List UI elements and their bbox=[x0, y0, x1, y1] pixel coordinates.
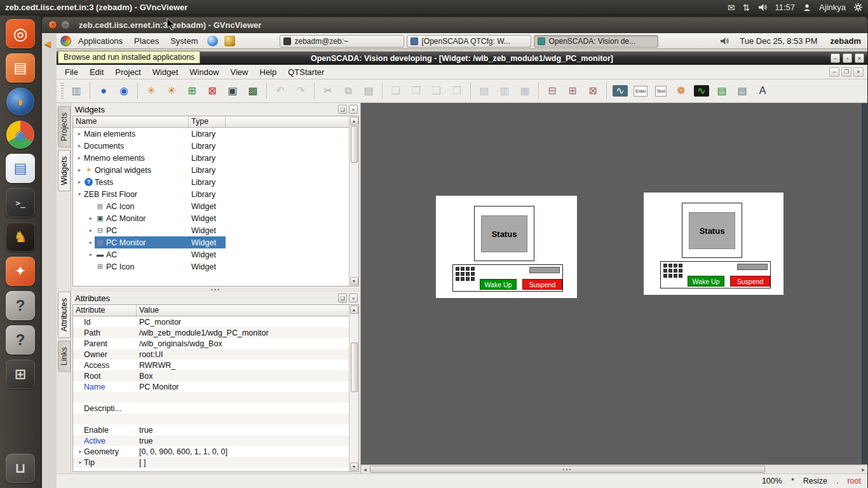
toolbar-handle[interactable] bbox=[61, 83, 64, 100]
attribute-row[interactable]: IdPC_monitor bbox=[73, 316, 349, 327]
save-to-db-button[interactable]: ◉ bbox=[114, 81, 133, 100]
vnc-minimize-button[interactable]: – bbox=[61, 20, 70, 29]
taskbar-button[interactable]: [OpenSCADA QTCfg: W... bbox=[407, 35, 531, 48]
scroll-down-button[interactable]: ▼ bbox=[350, 277, 358, 285]
function-button[interactable]: A bbox=[753, 81, 772, 100]
scroll-right-button[interactable]: ▸ bbox=[859, 466, 867, 473]
menu-widget-button[interactable]: Widget bbox=[147, 65, 184, 79]
tree-row[interactable]: ▸Mnemo elementsLibrary bbox=[73, 152, 349, 164]
attribute-row[interactable]: Enabletrue bbox=[73, 424, 349, 435]
scroll-left-button[interactable]: ◂ bbox=[361, 466, 369, 473]
tree-row[interactable]: ▦AC IconWidget bbox=[73, 200, 349, 212]
tree-row[interactable]: ▸▦PC MonitorWidget bbox=[73, 236, 349, 248]
panel-menu-applications[interactable]: Applications bbox=[72, 35, 128, 47]
panel-volume-icon[interactable] bbox=[720, 36, 729, 46]
attribute-row[interactable]: Descripti... bbox=[73, 403, 349, 414]
window-close-button[interactable]: × bbox=[855, 53, 864, 63]
panel-menu-system[interactable]: System bbox=[165, 35, 203, 47]
toolbar-collapse-arrow-icon[interactable]: ◀ bbox=[44, 39, 51, 48]
new-widget-button[interactable]: ✳ bbox=[162, 81, 181, 100]
dock-tab-widgets[interactable]: Widgets bbox=[58, 150, 71, 191]
expander-icon[interactable]: ▸ bbox=[87, 252, 95, 257]
mdi-close-button[interactable]: × bbox=[853, 67, 864, 77]
expander-icon[interactable]: ▸ bbox=[76, 179, 83, 185]
align-hcenter-button[interactable]: ▥ bbox=[495, 81, 514, 100]
session-user-menu[interactable]: Ajinkya bbox=[819, 3, 846, 12]
widgets-float-button[interactable]: ❏ bbox=[338, 105, 347, 114]
tree-row[interactable]: ▸▬ACWidget bbox=[73, 248, 349, 261]
expander-icon[interactable]: ▸ bbox=[76, 167, 83, 173]
window-maximize-button[interactable]: ▫ bbox=[843, 53, 852, 63]
panel-clock[interactable]: Tue Dec 25, 8:53 PM bbox=[740, 36, 817, 46]
widget-edit-button[interactable]: ▩ bbox=[243, 81, 262, 100]
align-bottom-button[interactable]: ⊠ bbox=[583, 81, 602, 100]
widgets-scrollbar[interactable]: ▲ ▼ bbox=[349, 116, 358, 286]
menu-file-button[interactable]: File bbox=[59, 65, 84, 79]
window-minimize-button[interactable]: – bbox=[831, 53, 840, 63]
widget-properties-button[interactable]: ▣ bbox=[223, 81, 242, 100]
mail-icon[interactable]: ✉ bbox=[728, 3, 735, 12]
firefox[interactable]: ◗ bbox=[6, 88, 34, 116]
tree-row[interactable]: ▾ZEB First FloorLibrary bbox=[73, 188, 349, 200]
attribute-row[interactable]: ▸Tip[ ] bbox=[73, 457, 349, 468]
scrollbar-handle[interactable] bbox=[351, 126, 358, 163]
load-from-db-button[interactable]: ● bbox=[94, 81, 113, 100]
attributes-close-button[interactable]: × bbox=[349, 294, 358, 302]
menu-project-button[interactable]: Project bbox=[109, 65, 146, 79]
widgets-close-button[interactable]: × bbox=[349, 105, 358, 114]
volume-icon[interactable] bbox=[758, 3, 768, 12]
attributes-float-button[interactable]: ❏ bbox=[338, 294, 347, 302]
paste-button[interactable]: ▤ bbox=[359, 81, 378, 100]
menu-qtstarter-button[interactable]: QTStarter bbox=[282, 65, 330, 79]
align-right-button[interactable]: ▦ bbox=[515, 81, 534, 100]
attributes-scrollbar[interactable]: ▲ ▼ bbox=[349, 305, 358, 471]
trash[interactable]: ⊔ bbox=[6, 454, 35, 483]
expander-icon[interactable]: ▸ bbox=[77, 459, 84, 465]
attribute-row[interactable]: RootBox bbox=[73, 370, 349, 381]
add-widget-button[interactable]: ⊞ bbox=[182, 81, 201, 100]
tree-row[interactable]: ▸DocumentsLibrary bbox=[73, 140, 349, 152]
browser-launcher-icon[interactable] bbox=[207, 36, 218, 46]
dash-home[interactable]: ◎ bbox=[6, 19, 35, 48]
tree-row[interactable]: ▸?TestsLibrary bbox=[73, 176, 349, 188]
wake-up-button[interactable]: Wake Up bbox=[688, 276, 724, 287]
scroll-up-button[interactable]: ▲ bbox=[350, 117, 358, 125]
tree-row[interactable]: ▸Main elementsLibrary bbox=[73, 128, 349, 140]
align-vcenter-button[interactable]: ⊞ bbox=[563, 81, 582, 100]
menu-window-button[interactable]: Window bbox=[184, 65, 224, 79]
protocol-button[interactable]: ▤ bbox=[712, 81, 731, 100]
game-app[interactable]: ♞ bbox=[6, 222, 35, 252]
host-clock[interactable]: 11:57 bbox=[775, 3, 796, 12]
software-center[interactable]: ✦ bbox=[6, 257, 35, 286]
copy-button[interactable]: ⧉ bbox=[339, 81, 358, 100]
attribute-row[interactable]: Path/wlb_zeb_module1/wdg_PC_monitor bbox=[73, 327, 349, 338]
app-launcher-icon[interactable] bbox=[224, 36, 235, 46]
menu-view-button[interactable]: View bbox=[225, 65, 254, 79]
expander-icon[interactable]: ▸ bbox=[87, 227, 95, 233]
attribute-row[interactable]: Parent/wlb_originals/wdg_Box bbox=[73, 338, 349, 349]
scroll-down-button[interactable]: ▼ bbox=[350, 463, 358, 471]
scrollbar-handle[interactable] bbox=[351, 342, 358, 392]
canvas-hscrollbar[interactable]: ◂ ••• ▸ bbox=[361, 464, 867, 473]
column-header-value[interactable]: Value bbox=[137, 305, 349, 316]
tree-row[interactable]: ▸▣AC MonitorWidget bbox=[73, 212, 349, 224]
scroll-up-button[interactable]: ▲ bbox=[350, 306, 358, 314]
network-sync-icon[interactable]: ⇅ bbox=[743, 3, 750, 12]
redo-button[interactable]: ↷ bbox=[291, 81, 310, 100]
widget-preview-2[interactable]: Status Wake Up Suspend bbox=[644, 193, 783, 295]
applications-menu-icon[interactable] bbox=[60, 36, 71, 46]
align-top-button[interactable]: ⊟ bbox=[543, 81, 562, 100]
unknown-app-1[interactable]: ? bbox=[6, 291, 35, 320]
files[interactable]: ▤ bbox=[6, 53, 35, 83]
lower-bottom-button[interactable]: ❒ bbox=[447, 81, 466, 100]
terminal[interactable]: >_ bbox=[6, 188, 35, 217]
dock-tab-projects[interactable]: Projects bbox=[58, 106, 71, 147]
menu-help-button[interactable]: Help bbox=[254, 65, 283, 79]
align-left-button[interactable]: ▤ bbox=[475, 81, 494, 100]
column-header-type[interactable]: Type bbox=[189, 116, 226, 127]
attribute-row[interactable]: Ownerroot:UI bbox=[73, 349, 349, 360]
attribute-row[interactable]: NamePC Monitor bbox=[73, 381, 349, 392]
tree-row[interactable]: ▸⊟PCWidget bbox=[73, 224, 349, 236]
widget-preview-1[interactable]: Status Wake Up Suspend bbox=[436, 196, 577, 298]
expander-icon[interactable]: ▸ bbox=[87, 215, 95, 221]
